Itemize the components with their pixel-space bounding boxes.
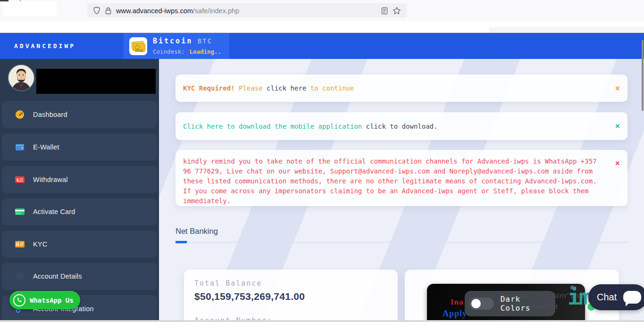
reader-view-icon[interactable] — [381, 7, 388, 15]
alert-download-link[interactable]: Click here to download the mobile applic… — [183, 123, 362, 130]
avatar[interactable] — [8, 64, 35, 91]
sidebar-item-label: E-Wallet — [33, 143, 59, 151]
total-balance-value: $50,159,753,269,741.00 — [194, 291, 398, 302]
header-border — [0, 33, 644, 33]
gauge-icon — [15, 109, 25, 120]
sidebar-item-label: Dashboard — [33, 111, 67, 118]
crypto-ticker[interactable]: BitcoinBTC Coindesk: Loading.. — [124, 33, 229, 59]
wallet-icon — [15, 142, 25, 152]
total-balance-label: Total Balance — [194, 279, 398, 288]
brand-logo[interactable]: ADVANCEDIWP — [14, 33, 75, 59]
bookmark-star-icon[interactable] — [393, 7, 401, 15]
total-balance-card: Total Balance $50,159,753,269,741.00 Acc… — [184, 270, 398, 322]
ticker-symbol: BTC — [192, 37, 212, 45]
alert-kyc-pre: Please — [235, 84, 263, 92]
main-content: KYC Required! Please click here to conti… — [159, 59, 644, 322]
inactive-text-fragment: Ina — [451, 297, 464, 307]
sidebar-item-kyc[interactable]: KYC — [2, 231, 157, 258]
credit-card-icon — [15, 206, 25, 217]
alert-download-app: Click here to download the mobile applic… — [176, 112, 627, 140]
chat-bubble-icon — [623, 291, 641, 304]
username-redaction-box — [36, 69, 156, 94]
sidebar-item-ewallet[interactable]: E-Wallet — [2, 133, 157, 161]
alert-kyc-required: KYC Required! Please click here to conti… — [176, 74, 627, 102]
chat-button[interactable]: Chat — [588, 284, 644, 310]
page: www.advanced-iwps.com/safe/index.php ADV… — [0, 0, 644, 322]
id-card-icon — [15, 239, 25, 249]
scrollbar-thumb[interactable] — [642, 40, 644, 111]
whatsapp-icon — [13, 294, 25, 306]
dark-colors-toggle-box: Dark Colors — [465, 291, 555, 316]
close-icon[interactable]: × — [615, 122, 620, 130]
ticker-coin: Bitcoin — [153, 37, 192, 45]
sidebar: Dashboard E-Wallet $ Withdrawal Activate… — [0, 59, 159, 322]
section-divider — [176, 242, 627, 243]
close-icon[interactable]: × — [615, 159, 620, 167]
sidebar-item-label: Withdrawal — [33, 176, 68, 183]
shield-icon[interactable] — [93, 7, 100, 15]
sidebar-item-label: Account Details — [33, 272, 82, 280]
alert-warning-text: kindly remind you to take note of the of… — [183, 157, 597, 205]
money-check-icon: $ — [15, 174, 25, 185]
dark-colors-toggle[interactable] — [469, 297, 494, 310]
sidebar-item-dashboard[interactable]: Dashboard — [2, 101, 157, 128]
sidebar-item-activate-card[interactable]: Activate Card — [2, 198, 157, 225]
ticker-source: Coindesk: — [153, 48, 185, 55]
sidebar-item-label: KYC — [33, 240, 47, 248]
whatsapp-button-label: WhatsApp Us — [30, 297, 74, 304]
tab-redaction-box — [3, 1, 57, 16]
alert-kyc-link[interactable]: click here — [263, 84, 307, 92]
section-title: Net Banking — [176, 227, 218, 236]
dark-colors-label: Dark Colors — [501, 295, 555, 313]
ticker-value: Loading.. — [189, 48, 221, 55]
alert-kyc-bold: KYC Required! — [183, 84, 235, 92]
url-bar[interactable]: www.advanced-iwps.com/safe/index.php — [87, 3, 407, 18]
section-divider-accent — [176, 241, 187, 243]
alert-official-channels: kindly remind you to take note of the of… — [176, 150, 627, 206]
sidebar-item-account-details[interactable]: Account Details — [2, 263, 157, 290]
credit-card-emoji-icon — [129, 37, 147, 55]
sidebar-item-withdrawal[interactable]: $ Withdrawal — [2, 166, 157, 193]
lock-icon — [105, 7, 111, 15]
alert-download-post: click to download. — [362, 123, 437, 130]
window-bottom-edge — [0, 320, 644, 322]
close-icon[interactable]: × — [615, 84, 620, 92]
url-path: /safe/index.php — [193, 7, 239, 15]
url-text[interactable]: www.advanced-iwps.com/safe/index.php — [116, 7, 239, 15]
whatsapp-button[interactable]: WhatsApp Us — [9, 291, 80, 309]
alert-kyc-post: to continue — [306, 84, 354, 92]
sidebar-item-label: Activate Card — [33, 208, 75, 215]
url-domain: www.advanced-iwps.com — [116, 7, 193, 15]
apply-text-fragment[interactable]: Apply — [443, 309, 467, 319]
browser-toolbar: www.advanced-iwps.com/safe/index.php — [0, 0, 644, 21]
chat-button-label: Chat — [597, 292, 617, 303]
app-header: ADVANCEDIWP BitcoinBTC Coindesk: Loading… — [0, 33, 644, 59]
gear-icon — [15, 271, 25, 281]
